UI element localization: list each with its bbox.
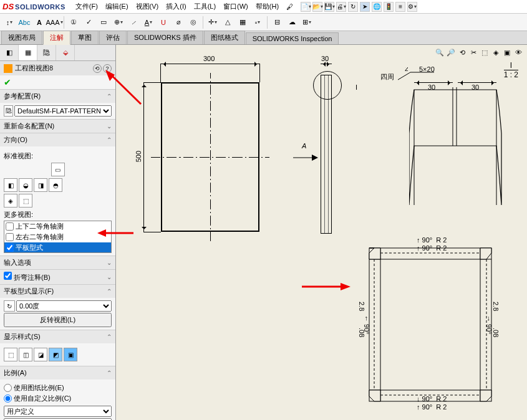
- section-rename-config[interactable]: 重新命名配置(N)⌄: [0, 120, 115, 133]
- prev-view-icon[interactable]: ⟲: [457, 47, 467, 57]
- menu-window[interactable]: 窗口(W): [220, 2, 252, 11]
- revision-icon[interactable]: △: [221, 16, 234, 29]
- block-icon[interactable]: ▫▾: [251, 16, 264, 29]
- section-input-options[interactable]: 输入选项⌄: [0, 256, 115, 269]
- tab-sketch[interactable]: 草图: [71, 31, 99, 44]
- ok-check-icon[interactable]: ✔: [4, 77, 11, 87]
- centermark-icon[interactable]: ✛▾: [206, 16, 220, 29]
- note-icon[interactable]: A: [32, 16, 46, 29]
- reference-config-select[interactable]: DefaultSM-FLAT-PATTERN: [14, 105, 112, 117]
- section-reference-config[interactable]: 参考配置(R)⌃: [0, 90, 115, 103]
- drawing-canvas[interactable]: 🔍 🔎 ⟲ ✂ ⬚ ◈ ▣ 👁 I 1 : 2 300 500: [116, 45, 527, 420]
- list-icon[interactable]: ≡: [395, 2, 405, 12]
- settings-icon[interactable]: ⚙▾: [407, 2, 417, 12]
- dim-side-w[interactable]: [321, 64, 332, 69]
- new-icon[interactable]: 📄▾: [301, 2, 311, 12]
- detail-circle[interactable]: [313, 71, 342, 100]
- tab-evaluate[interactable]: 评估: [99, 31, 127, 44]
- tab-plugins[interactable]: SOLIDWORKS 插件: [127, 31, 203, 44]
- datum-icon[interactable]: A▾: [142, 16, 155, 29]
- magnet-icon[interactable]: U: [157, 16, 170, 29]
- refresh-icon[interactable]: ↻: [348, 2, 358, 12]
- menu-search-icon[interactable]: 🖋: [283, 3, 297, 11]
- section-flat-display[interactable]: 平板型式显示(F)⌃: [0, 285, 115, 298]
- centerline-icon[interactable]: ⊟: [270, 16, 284, 29]
- stoplight-icon[interactable]: 🚦: [384, 2, 394, 12]
- view-top-icon[interactable]: ◒: [19, 178, 32, 192]
- style-hlr-icon[interactable]: ◪: [34, 348, 47, 361]
- more-views-list[interactable]: 上下二等角轴测 左右二等角轴测 平板型式: [4, 221, 112, 253]
- flat-pattern-view[interactable]: ↑ 90° R 2 ↑ 90° R 2 ↓ 90° R 2 ↑ 90° R 2 …: [363, 234, 500, 418]
- mv3-checkbox[interactable]: [6, 244, 14, 252]
- 3d-view-icon[interactable]: ◈: [491, 47, 501, 57]
- separator: [203, 16, 203, 29]
- flip-view-button[interactable]: 反转视图(L): [4, 313, 112, 327]
- zoom-fit-icon[interactable]: 🔍: [435, 47, 445, 57]
- cursor-icon[interactable]: ➤: [360, 2, 370, 12]
- hole-callout-icon[interactable]: ⌀: [172, 16, 185, 29]
- section-view-icon[interactable]: ✂: [468, 47, 478, 57]
- menu-file[interactable]: 文件(F): [72, 2, 102, 11]
- tab-layout[interactable]: 视图布局: [1, 31, 42, 44]
- view-arrow-a[interactable]: [293, 152, 318, 166]
- tab-annotation[interactable]: 注解: [43, 31, 70, 45]
- style-shaded-edges-icon[interactable]: ◩: [49, 348, 62, 361]
- mv2-checkbox[interactable]: [6, 233, 14, 241]
- surface-finish-icon[interactable]: ✓: [82, 16, 95, 29]
- angle-select[interactable]: 0.00度: [16, 300, 112, 312]
- menu-insert[interactable]: 插入(I): [162, 2, 190, 11]
- zoom-area-icon[interactable]: 🔎: [446, 47, 456, 57]
- balloon-icon[interactable]: ①: [67, 16, 80, 29]
- detail-view[interactable]: [409, 84, 521, 211]
- centerline-v: [210, 73, 211, 241]
- tab-config-icon[interactable]: 隐: [37, 45, 56, 60]
- display-style-icon[interactable]: ▣: [502, 47, 512, 57]
- section-bend-notes[interactable]: 折弯注释(B)⌄: [0, 270, 115, 284]
- view-bottom-icon[interactable]: ◓: [49, 178, 62, 192]
- revcloud-icon[interactable]: ☁: [285, 16, 299, 29]
- tab-feature-tree-icon[interactable]: ◧: [0, 45, 19, 60]
- section-orientation[interactable]: 方向(O)⌃: [0, 133, 115, 146]
- scale-sheet-radio[interactable]: [4, 384, 12, 392]
- print-icon[interactable]: 🖨▾: [336, 2, 346, 12]
- table-icon[interactable]: ⊞▾: [300, 16, 314, 29]
- style-hidden-icon[interactable]: ◫: [19, 348, 32, 361]
- pin-icon[interactable]: ⟲: [93, 64, 102, 73]
- view-left-icon[interactable]: ◧: [4, 178, 17, 192]
- spellcheck-icon[interactable]: Abc: [17, 16, 31, 29]
- linear-pattern-icon[interactable]: AAA▾: [47, 16, 61, 29]
- hide-show-icon[interactable]: 👁: [513, 47, 523, 57]
- datum-target-icon[interactable]: ◎: [186, 16, 200, 29]
- dim-width[interactable]: [161, 64, 259, 69]
- rotate-icon[interactable]: ↻: [4, 300, 15, 312]
- section-display-style[interactable]: 显示样式(S)⌃: [0, 330, 115, 343]
- svg-marker-25: [97, 229, 106, 237]
- view-orient-icon[interactable]: ⬚: [480, 47, 490, 57]
- bend-checkbox[interactable]: [4, 272, 12, 280]
- tab-property-icon[interactable]: ▦: [19, 45, 37, 60]
- gtol-icon[interactable]: ▭: [97, 16, 110, 29]
- style-shaded-icon[interactable]: ▣: [64, 348, 77, 361]
- tab-sheetformat[interactable]: 图纸格式: [204, 31, 245, 44]
- section-scale[interactable]: 比例(A)⌃: [0, 366, 115, 379]
- view-right-icon[interactable]: ◨: [34, 178, 47, 192]
- globe-icon[interactable]: 🌐: [372, 2, 382, 12]
- menu-help[interactable]: 帮助(H): [252, 2, 283, 11]
- view-dim-icon[interactable]: ⬚: [19, 194, 32, 208]
- mv1-checkbox[interactable]: [6, 222, 14, 231]
- menu-tools[interactable]: 工具(L): [190, 2, 220, 11]
- view-front-icon[interactable]: ▭: [51, 163, 65, 176]
- weld-icon[interactable]: ⟋: [127, 16, 140, 29]
- tab-inspection[interactable]: SOLIDWORKS Inspection: [246, 32, 339, 44]
- style-wireframe-icon[interactable]: ⬚: [4, 348, 17, 361]
- smart-dim-icon[interactable]: ↕▾: [2, 16, 16, 29]
- view-iso-icon[interactable]: ◈: [4, 194, 17, 208]
- open-icon[interactable]: 📂▾: [312, 2, 322, 12]
- hatch-icon[interactable]: ▦: [236, 16, 249, 29]
- menu-view[interactable]: 视图(V): [132, 2, 163, 11]
- auto-balloon-icon[interactable]: ⊕▾: [112, 16, 125, 29]
- scale-custom-radio[interactable]: [4, 394, 12, 403]
- save-icon[interactable]: 💾▾: [324, 2, 334, 12]
- tab-display-icon[interactable]: ⬙: [56, 45, 75, 60]
- scale-preset-select[interactable]: 用户定义: [4, 406, 112, 417]
